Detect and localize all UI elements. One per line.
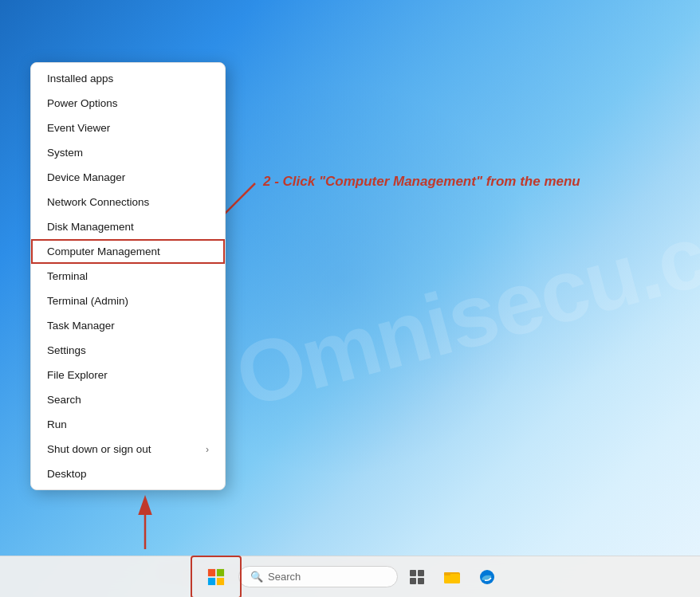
taskbar-search-box[interactable]: 🔍 Search bbox=[238, 566, 398, 587]
context-menu: Installed appsPower OptionsEvent ViewerS… bbox=[30, 62, 226, 490]
svg-rect-5 bbox=[217, 577, 224, 584]
menu-item-label-device-manager: Device Manager bbox=[47, 171, 125, 183]
start-button[interactable] bbox=[197, 562, 235, 592]
menu-item-label-installed-apps: Installed apps bbox=[47, 73, 113, 84]
taskbar: 🔍 Search bbox=[0, 556, 700, 597]
svg-rect-12 bbox=[444, 572, 450, 575]
taskbar-center: 🔍 Search bbox=[197, 562, 503, 592]
svg-rect-8 bbox=[410, 578, 416, 584]
svg-rect-6 bbox=[410, 570, 416, 576]
menu-item-label-computer-management: Computer Management bbox=[47, 245, 160, 257]
menu-item-label-shut-down: Shut down or sign out bbox=[47, 443, 151, 455]
taskbar-edge-icon[interactable] bbox=[471, 562, 503, 592]
submenu-arrow-shut-down: › bbox=[206, 444, 209, 455]
windows-logo-icon bbox=[207, 568, 225, 586]
menu-item-label-search: Search bbox=[47, 394, 81, 406]
menu-item-label-file-explorer: File Explorer bbox=[47, 369, 108, 381]
menu-item-settings[interactable]: Settings bbox=[31, 338, 225, 363]
menu-item-label-event-viewer: Event Viewer bbox=[47, 122, 110, 134]
menu-item-event-viewer[interactable]: Event Viewer bbox=[31, 116, 225, 140]
menu-item-label-run: Run bbox=[47, 418, 67, 430]
menu-item-label-settings: Settings bbox=[47, 344, 86, 356]
taskbar-search-icon: 🔍 bbox=[250, 571, 263, 583]
taskbar-file-explorer-icon[interactable] bbox=[436, 562, 468, 592]
svg-rect-9 bbox=[418, 578, 424, 584]
menu-item-task-manager[interactable]: Task Manager bbox=[31, 313, 225, 338]
menu-item-label-system: System bbox=[47, 147, 83, 159]
menu-item-label-task-manager: Task Manager bbox=[47, 320, 115, 332]
svg-rect-7 bbox=[418, 570, 424, 576]
menu-item-system[interactable]: System bbox=[31, 140, 225, 165]
menu-item-terminal-admin[interactable]: Terminal (Admin) bbox=[31, 289, 225, 313]
taskbar-search-text: Search bbox=[268, 571, 301, 583]
menu-item-label-disk-management: Disk Management bbox=[47, 221, 134, 233]
menu-item-shut-down[interactable]: Shut down or sign out› bbox=[31, 437, 225, 461]
annotation-top: 2 - Click "Computer Management" from the… bbox=[263, 174, 580, 190]
menu-item-label-network-connections: Network Connections bbox=[47, 196, 149, 208]
taskbar-widgets-icon[interactable] bbox=[401, 562, 433, 592]
menu-item-power-options[interactable]: Power Options bbox=[31, 91, 225, 116]
menu-item-disk-management[interactable]: Disk Management bbox=[31, 214, 225, 239]
menu-item-label-terminal: Terminal bbox=[47, 270, 88, 282]
menu-item-search[interactable]: Search bbox=[31, 387, 225, 412]
menu-item-installed-apps[interactable]: Installed apps bbox=[31, 66, 225, 91]
menu-item-file-explorer[interactable]: File Explorer bbox=[31, 363, 225, 387]
menu-item-run[interactable]: Run bbox=[31, 412, 225, 437]
svg-rect-4 bbox=[208, 577, 215, 584]
menu-item-label-desktop: Desktop bbox=[47, 468, 87, 480]
menu-item-terminal[interactable]: Terminal bbox=[31, 264, 225, 289]
start-button-wrapper bbox=[197, 562, 235, 592]
menu-item-desktop[interactable]: Desktop bbox=[31, 461, 225, 486]
menu-item-label-terminal-admin: Terminal (Admin) bbox=[47, 295, 128, 307]
svg-rect-3 bbox=[217, 568, 224, 575]
menu-item-network-connections[interactable]: Network Connections bbox=[31, 190, 225, 214]
menu-item-computer-management[interactable]: Computer Management bbox=[31, 239, 225, 264]
svg-rect-2 bbox=[208, 568, 215, 575]
menu-item-device-manager[interactable]: Device Manager bbox=[31, 165, 225, 190]
menu-item-label-power-options: Power Options bbox=[47, 97, 118, 109]
